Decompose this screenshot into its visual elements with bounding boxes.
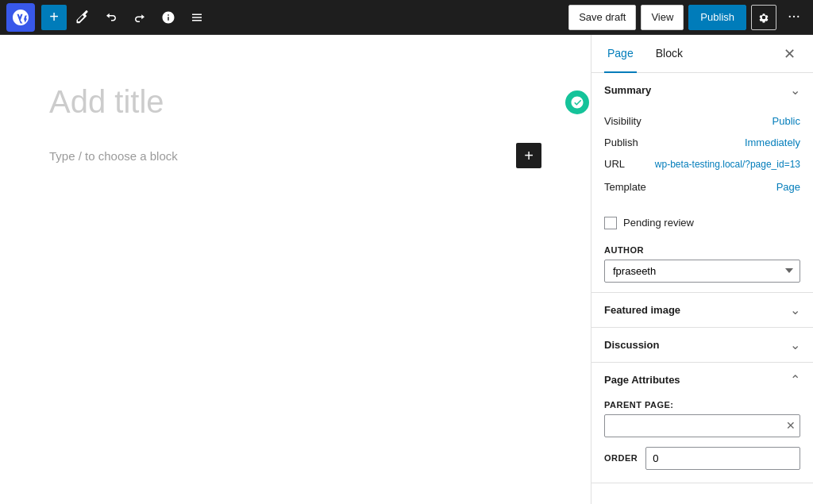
page-attrs-title: Page Attributes: [604, 374, 680, 386]
main-area: Add title Type / to choose a block + Pag…: [0, 35, 813, 504]
parent-page-input-wrap: ✕: [604, 414, 800, 437]
add-block-button[interactable]: +: [41, 5, 67, 30]
summary-section-title: Summary: [604, 84, 651, 96]
list-view-button[interactable]: [184, 5, 210, 30]
publish-label: Publish: [604, 137, 638, 148]
order-input[interactable]: [645, 447, 800, 470]
discussion-header[interactable]: Discussion ⌄: [591, 328, 813, 362]
title-input[interactable]: Add title: [49, 83, 541, 121]
save-draft-button[interactable]: Save draft: [568, 5, 636, 30]
url-value[interactable]: wp-beta-testing.local/?page_id=13: [655, 158, 800, 171]
undo-icon: [104, 10, 118, 25]
sidebar: Page Block ✕ Summary ⌄ Visibility Public…: [591, 35, 813, 504]
order-row: ORDER: [604, 447, 800, 470]
discussion-title: Discussion: [604, 339, 659, 351]
wordpress-icon: [13, 10, 29, 25]
summary-section-header[interactable]: Summary ⌄: [591, 73, 813, 107]
redo-button[interactable]: [127, 5, 152, 30]
publish-button[interactable]: Publish: [688, 5, 746, 30]
parent-page-label: PARENT PAGE:: [604, 400, 800, 410]
featured-image-section: Featured image ⌄: [591, 293, 813, 328]
visibility-label: Visibility: [604, 115, 642, 127]
tab-page[interactable]: Page: [604, 35, 637, 73]
list-view-icon: [190, 10, 204, 25]
view-button[interactable]: View: [641, 5, 684, 30]
grammarly-icon[interactable]: [565, 90, 589, 114]
parent-page-clear-button[interactable]: ✕: [786, 419, 796, 432]
page-attrs-header[interactable]: Page Attributes ⌃: [591, 363, 813, 397]
summary-section: Summary ⌄ Visibility Public Publish Imme…: [591, 73, 813, 293]
ellipsis-icon: [787, 10, 801, 25]
tab-block[interactable]: Block: [653, 35, 686, 73]
editor-inner: Add title Type / to choose a block +: [49, 83, 541, 171]
summary-chevron-icon: ⌄: [790, 83, 800, 98]
url-label: URL: [604, 158, 625, 170]
url-row: URL wp-beta-testing.local/?page_id=13: [604, 153, 800, 176]
more-options-button[interactable]: [781, 5, 807, 30]
featured-image-title: Featured image: [604, 304, 680, 316]
toolbar-left: +: [6, 3, 568, 32]
visibility-row: Visibility Public: [604, 110, 800, 132]
redo-icon: [133, 10, 147, 25]
pending-review-row: Pending review: [591, 210, 813, 239]
page-attributes-section: Page Attributes ⌃ PARENT PAGE: ✕ ORDER: [591, 363, 813, 483]
toolbar-right: Save draft View Publish: [568, 5, 807, 30]
grammarly-logo: [570, 95, 584, 110]
wp-logo[interactable]: [6, 3, 35, 32]
template-value[interactable]: Page: [776, 181, 800, 193]
block-add-inline-button[interactable]: +: [516, 143, 541, 168]
page-attrs-body: PARENT PAGE: ✕ ORDER: [591, 397, 813, 483]
info-button[interactable]: [156, 5, 181, 30]
featured-image-chevron-icon: ⌄: [790, 302, 800, 317]
edit-icon-button[interactable]: [70, 5, 95, 30]
template-row: Template Page: [604, 176, 800, 198]
author-select[interactable]: fpraseeth: [604, 260, 800, 283]
discussion-chevron-icon: ⌄: [790, 337, 800, 352]
settings-button[interactable]: [751, 5, 776, 30]
pencil-icon: [75, 10, 90, 25]
sidebar-close-button[interactable]: ✕: [778, 43, 800, 65]
visibility-value[interactable]: Public: [773, 115, 800, 127]
editor-area[interactable]: Add title Type / to choose a block +: [0, 35, 591, 504]
toolbar: + Save draft View Publish: [0, 0, 813, 35]
author-section: AUTHOR fpraseeth: [591, 239, 813, 292]
info-icon: [161, 10, 175, 25]
pending-review-label: Pending review: [623, 217, 694, 229]
featured-image-header[interactable]: Featured image ⌄: [591, 293, 813, 327]
block-placeholder-text: Type / to choose a block: [49, 149, 178, 163]
author-label: AUTHOR: [604, 245, 800, 255]
block-placeholder[interactable]: Type / to choose a block +: [49, 140, 541, 171]
sidebar-tabs: Page Block ✕: [591, 35, 813, 73]
order-label: ORDER: [604, 453, 638, 463]
publish-row: Publish Immediately: [604, 132, 800, 153]
template-label: Template: [604, 181, 646, 193]
pending-review-checkbox[interactable]: [604, 217, 617, 229]
discussion-section: Discussion ⌄: [591, 328, 813, 363]
undo-button[interactable]: [98, 5, 124, 30]
gear-icon: [757, 11, 770, 24]
summary-section-body: Visibility Public Publish Immediately UR…: [591, 107, 813, 210]
page-attrs-chevron-icon: ⌃: [790, 372, 800, 387]
publish-value[interactable]: Immediately: [745, 137, 800, 148]
parent-page-input[interactable]: [604, 414, 800, 437]
